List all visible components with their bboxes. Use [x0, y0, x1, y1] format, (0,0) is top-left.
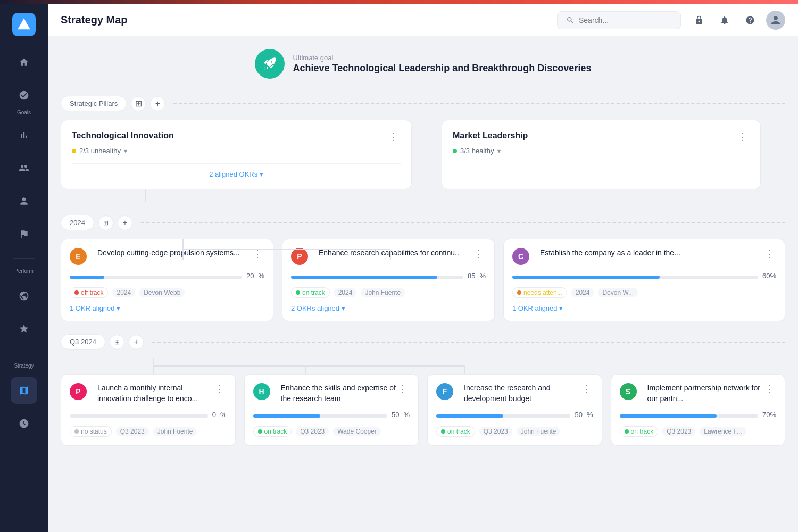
pillars-view-toggle[interactable]: ⊞ [131, 96, 146, 111]
pillar-2-status-dot [453, 149, 457, 153]
goal-label: Ultimate goal [293, 54, 592, 62]
obj1-status-dot [74, 290, 79, 295]
person-icon [19, 196, 29, 206]
q3obj3-avatar: F [436, 383, 453, 400]
pillar-1-title: Technological Innovation [72, 131, 174, 140]
q3obj3-more-button[interactable]: ⋮ [579, 383, 593, 395]
obj3-progress-row: 60% [512, 269, 776, 282]
pillar-2-status-chevron[interactable]: ▾ [497, 147, 501, 155]
q3obj2-meta: on track Q3 2023 Wade Cooper [253, 426, 410, 437]
pillar-dashed-line [173, 103, 785, 104]
user-avatar[interactable] [766, 11, 785, 30]
q3obj2-more-button[interactable]: ⋮ [396, 383, 410, 395]
objectives-q3-row: P Launch a monthly internal innovation c… [61, 374, 785, 446]
obj2-status-badge: on track [291, 287, 330, 298]
help-button[interactable] [741, 11, 760, 30]
pillar-1-status-dot [72, 149, 76, 153]
q3obj1-owner: John Fuente [153, 427, 197, 436]
obj3-okr-aligned[interactable]: 1 OKR aligned ▾ [512, 304, 776, 312]
pillar-2-title: Market Leadership [453, 131, 528, 140]
sidebar-item-globe[interactable] [11, 282, 37, 309]
pillar-2-more-button[interactable]: ⋮ [736, 131, 750, 143]
pillar-1-aligned-okrs[interactable]: 2 aligned OKRs ▾ [72, 163, 401, 178]
strategic-pillars-label: Strategic Pillars [61, 96, 127, 111]
obj3-more-button[interactable]: ⋮ [762, 248, 776, 260]
goal-text: Ultimate goal Achieve Technological Lead… [293, 54, 592, 74]
sidebar-item-clock[interactable] [11, 410, 37, 437]
pillar-1-status: 2/3 unhealthy ▾ [72, 147, 401, 155]
q3obj3-year: Q3 2023 [479, 427, 512, 436]
year-2024-add-button[interactable]: + [118, 215, 132, 230]
q3-view-toggle[interactable]: ⊞ [110, 335, 124, 350]
obj2-status-text: on track [302, 289, 325, 296]
sidebar-item-person[interactable] [11, 188, 37, 214]
q3-connector [61, 358, 785, 374]
objective-card-1: E Develop cutting-edge propulsion system… [61, 239, 273, 321]
q3obj1-status-text: no status [81, 428, 107, 435]
bell-icon [720, 15, 729, 25]
sidebar-item-goals[interactable]: Goals [11, 82, 37, 115]
obj1-okr-aligned[interactable]: 1 OKR aligned ▾ [70, 304, 264, 312]
q3obj2-status-dot [258, 429, 262, 434]
sidebar-section-strategy: Strategy [14, 362, 34, 371]
obj3-meta: needs atten... 2024 Devon W... [512, 287, 776, 298]
home-icon [19, 57, 29, 68]
sidebar-item-analytics[interactable] [11, 122, 37, 148]
search-box[interactable] [557, 11, 681, 29]
year-2024-label: 2024 [61, 215, 94, 230]
clock-icon [19, 418, 29, 429]
q3obj2-year: Q3 2023 [296, 427, 329, 436]
sidebar-item-flag[interactable] [11, 221, 37, 247]
obj2-avatar: P [291, 248, 308, 265]
avatar-icon [769, 14, 782, 27]
sidebar-item-strategy-map[interactable] [11, 377, 37, 404]
q3obj3-owner: John Fuente [517, 427, 561, 436]
q3obj2-owner: Wade Cooper [333, 427, 381, 436]
sidebar-section-perform: Perform [14, 267, 34, 276]
obj2-title: Enhance research capabilities for contin… [319, 248, 472, 259]
perform-label: Perform [14, 268, 34, 274]
goal-title: Achieve Technological Leadership and Bre… [293, 63, 592, 74]
q3obj1-year: Q3 2023 [116, 427, 149, 436]
search-input[interactable] [579, 16, 672, 24]
objective-card-3: C Establish the company as a leader in t… [503, 239, 785, 321]
obj2-okr-aligned[interactable]: 2 OKRs aligned ▾ [291, 304, 486, 312]
obj2-more-button[interactable]: ⋮ [472, 248, 486, 260]
sidebar-item-star[interactable] [11, 315, 37, 342]
q3obj3-progress-row: 50% [436, 408, 593, 421]
obj2-status-dot [296, 290, 300, 295]
lock-button[interactable] [689, 11, 709, 30]
q3obj4-more-button[interactable]: ⋮ [762, 383, 776, 395]
q3obj1-more-button[interactable]: ⋮ [213, 383, 227, 395]
rocket-icon [262, 56, 277, 71]
q3obj1-pct: 0 [212, 411, 216, 419]
q3-dashed-line [152, 342, 785, 343]
q3obj2-avatar: H [253, 383, 270, 400]
q3-objective-card-1: P Launch a monthly internal innovation c… [61, 374, 236, 446]
year-2024-header: 2024 ⊞ + [61, 215, 785, 230]
q3-add-button[interactable]: + [129, 335, 144, 350]
obj1-progress-row: 20% [70, 269, 264, 282]
year-2024-view-toggle[interactable]: ⊞ [98, 215, 113, 230]
obj1-progress-pct: 20 [246, 272, 254, 280]
obj1-more-button[interactable]: ⋮ [251, 248, 264, 260]
ultimate-goal-section: Ultimate goal Achieve Technological Lead… [61, 49, 785, 79]
obj2-meta: on track 2024 John Fuente [291, 287, 486, 298]
star-icon [19, 323, 29, 334]
obj2-progress-row: 85% [291, 269, 486, 282]
q3obj3-meta: on track Q3 2023 John Fuente [436, 426, 593, 437]
sidebar: Goals [0, 4, 48, 532]
sidebar-item-home[interactable] [11, 49, 37, 76]
sidebar-item-team[interactable] [11, 155, 37, 181]
sidebar-goals-label: Goals [17, 110, 31, 115]
notification-button[interactable] [715, 11, 734, 30]
pillars-add-button[interactable]: + [150, 96, 165, 111]
q3obj4-meta: on track Q3 2023 Lawrence F... [620, 426, 777, 437]
obj3-owner: Devon W... [598, 288, 638, 297]
app-logo[interactable] [12, 13, 36, 36]
pillar-1-status-chevron[interactable]: ▾ [124, 147, 127, 155]
globe-icon [19, 290, 29, 301]
q3obj4-status: on track [620, 426, 659, 437]
pillar-1-more-button[interactable]: ⋮ [387, 131, 401, 143]
q3-2024-section: Q3 2024 ⊞ + P [61, 334, 785, 446]
